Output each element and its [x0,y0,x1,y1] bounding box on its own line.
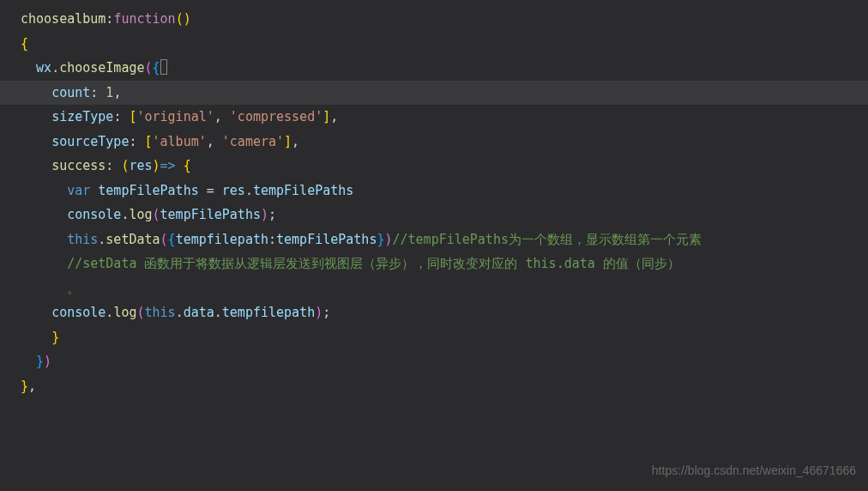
token-bracket: ] [284,134,292,149]
code-line[interactable]: }, [0,374,868,399]
token-property: count [51,85,90,100]
token-object: console [51,305,105,320]
cursor-caret [160,59,167,75]
token-brace: { [153,60,160,76]
code-line[interactable]: sourceType: ['album', 'camera'], [0,130,868,155]
token-brace: } [21,379,28,394]
code-line[interactable]: 。 [0,276,868,301]
token-function: choosealbum [21,11,105,27]
token-string: 'camera' [222,134,284,149]
code-line[interactable]: console.log(this.data.tempfilepath); [0,300,868,325]
token-object: wx [36,60,51,76]
token-method: setData [105,232,160,247]
code-line[interactable]: wx.chooseImage({ [0,56,868,81]
token-property: data [184,305,214,320]
token-object: res [222,183,245,198]
token-paren: ( [153,207,160,222]
token-string: 'original' [136,109,214,124]
token-property: sourceType [51,134,129,149]
token-method: chooseImage [59,60,144,76]
token-param: res [129,158,152,173]
token-arg: tempFilePaths [160,207,261,222]
token-bracket: ] [322,109,330,124]
token-paren: ) [44,354,51,369]
code-line-active[interactable]: count: 1, [0,81,868,106]
token-brace: } [51,330,59,345]
token-string: 'album' [153,134,207,149]
token-paren: ( [136,305,144,320]
token-comment: //tempFilePaths为一个数组，显示数组第一个元素 [393,232,702,247]
watermark-text: https://blog.csdn.net/weixin_46671666 [652,459,856,482]
code-line[interactable]: { [0,32,868,57]
token-paren: ( [160,232,168,247]
token-string: 'compressed' [230,109,322,124]
code-line[interactable]: }) [0,349,868,374]
token-paren: ) [153,158,160,173]
token-brace: } [36,354,44,369]
token-variable: tempFilePaths [98,183,198,198]
token-comment: //setData 函数用于将数据从逻辑层发送到视图层（异步），同时改变对应的 … [67,256,680,271]
token-key: tempfilepath [176,232,268,247]
token-paren: ) [384,232,392,247]
code-line[interactable]: } [0,325,868,350]
token-method: log [113,305,136,320]
code-line[interactable]: success: (res)=> { [0,154,868,179]
token-object: console [67,207,121,222]
code-line[interactable]: var tempFilePaths = res.tempFilePaths [0,179,868,203]
token-property: sizeType [51,109,113,124]
token-keyword: var [67,183,90,198]
token-brace: { [168,232,176,247]
token-property: tempFilePaths [253,183,353,198]
token-property: tempfilepath [222,305,315,320]
token-keyword: function [113,11,175,27]
code-line[interactable]: choosealbum:function() [0,7,868,32]
token-paren: ) [261,207,268,222]
token-property: success [51,158,105,173]
token-value: tempFilePaths [276,232,377,247]
code-line[interactable]: sizeType: ['original', 'compressed'], [0,105,868,130]
code-editor[interactable]: choosealbum:function() { wx.chooseImage(… [0,0,868,405]
code-line[interactable]: console.log(tempFilePaths); [0,203,868,227]
token-bracket: [ [145,134,153,149]
code-line[interactable]: this.setData({tempfilepath:tempFilePaths… [0,227,868,252]
code-line[interactable]: //setData 函数用于将数据从逻辑层发送到视图层（异步），同时改变对应的 … [0,252,868,276]
token-paren: ( [145,60,153,76]
token-arrow: => [160,158,176,173]
token-method: log [129,207,152,222]
token-this: this [145,305,176,320]
token-comment: 。 [67,281,80,296]
token-this: this [67,232,98,247]
token-brace: { [184,158,191,173]
token-brace: { [21,36,28,52]
token-paren: () [176,11,191,27]
token-paren: ) [315,305,322,320]
